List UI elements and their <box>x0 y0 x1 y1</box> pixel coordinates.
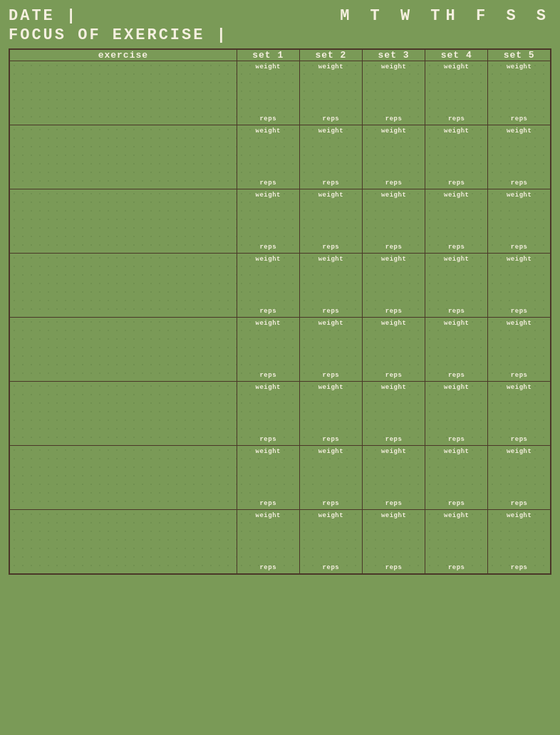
set1-cell-row1[interactable]: Weightreps <box>237 61 299 125</box>
reps-label-r3-s5: reps <box>490 244 548 251</box>
weight-label-r6-s4: Weight <box>427 384 485 391</box>
exercise-cell[interactable] <box>9 446 237 510</box>
reps-label-r3-s1: reps <box>239 244 297 251</box>
weight-label-r5-s1: Weight <box>239 320 297 327</box>
reps-label-r3-s2: reps <box>302 244 360 251</box>
weight-label-r4-s1: Weight <box>239 256 297 263</box>
table-row: WeightrepsWeightrepsWeightrepsWeightreps… <box>9 510 551 574</box>
reps-label-r8-s3: reps <box>365 564 422 571</box>
reps-label-r1-s1: reps <box>239 115 297 123</box>
exercise-cell[interactable] <box>9 125 237 189</box>
weight-label-r2-s1: Weight <box>239 127 297 135</box>
set2-cell-row6[interactable]: Weightreps <box>299 382 362 446</box>
weight-label-r8-s2: Weight <box>302 512 360 519</box>
set1-cell-row4[interactable]: Weightreps <box>237 254 299 318</box>
weight-label-r2-s5: Weight <box>490 127 548 135</box>
reps-label-r4-s2: reps <box>302 308 360 315</box>
set5-cell-row7[interactable]: Weightreps <box>488 446 551 510</box>
set4-cell-row4[interactable]: Weightreps <box>425 254 488 318</box>
set2-cell-row2[interactable]: Weightreps <box>299 125 362 189</box>
set4-cell-row2[interactable]: Weightreps <box>425 125 488 189</box>
set4-cell-row5[interactable]: Weightreps <box>425 318 488 382</box>
workout-table: exercise set 1 set 2 set 3 set 4 set 5 W… <box>9 48 551 575</box>
set2-cell-row3[interactable]: Weightreps <box>299 189 362 254</box>
set1-cell-row7[interactable]: Weightreps <box>237 446 299 510</box>
weight-label-r3-s3: Weight <box>365 192 422 199</box>
exercise-cell[interactable] <box>9 189 237 254</box>
weight-label-r2-s2: Weight <box>302 127 360 135</box>
weight-label-r4-s3: Weight <box>365 256 422 263</box>
set5-cell-row2[interactable]: Weightreps <box>488 125 551 189</box>
set5-cell-row3[interactable]: Weightreps <box>488 189 551 254</box>
set3-cell-row5[interactable]: Weightreps <box>363 318 425 382</box>
set5-cell-row8[interactable]: Weightreps <box>488 510 551 574</box>
set4-cell-row3[interactable]: Weightreps <box>425 189 488 254</box>
weight-label-r7-s1: Weight <box>239 448 297 455</box>
set5-cell-row6[interactable]: Weightreps <box>488 382 551 446</box>
set4-cell-row6[interactable]: Weightreps <box>425 382 488 446</box>
set3-cell-row4[interactable]: Weightreps <box>363 254 425 318</box>
header-row1: DATE | M T W TH F S S <box>9 7 551 25</box>
set4-cell-row8[interactable]: Weightreps <box>425 510 488 574</box>
weight-label-r8-s4: Weight <box>427 512 485 519</box>
weight-label-r3-s4: Weight <box>427 192 485 199</box>
set3-cell-row7[interactable]: Weightreps <box>363 446 425 510</box>
set3-cell-row1[interactable]: Weightreps <box>363 61 425 125</box>
table-header-row: exercise set 1 set 2 set 3 set 4 set 5 <box>9 49 551 61</box>
reps-label-r8-s4: reps <box>427 564 485 571</box>
reps-label-r3-s4: reps <box>427 244 485 251</box>
set5-cell-row4[interactable]: Weightreps <box>488 254 551 318</box>
table-row: WeightrepsWeightrepsWeightrepsWeightreps… <box>9 446 551 510</box>
set3-cell-row2[interactable]: Weightreps <box>363 125 425 189</box>
set1-cell-row3[interactable]: Weightreps <box>237 189 299 254</box>
reps-label-r6-s2: reps <box>302 436 360 443</box>
set1-cell-row6[interactable]: Weightreps <box>237 382 299 446</box>
col-exercise-header: exercise <box>9 49 237 61</box>
exercise-cell[interactable] <box>9 318 237 382</box>
table-row: WeightrepsWeightrepsWeightrepsWeightreps… <box>9 254 551 318</box>
set1-cell-row8[interactable]: Weightreps <box>237 510 299 574</box>
weight-label-r7-s4: Weight <box>427 448 485 455</box>
reps-label-r4-s3: reps <box>365 308 422 315</box>
weight-label-r7-s5: Weight <box>490 448 548 455</box>
reps-label-r4-s4: reps <box>427 308 485 315</box>
weight-label-r8-s3: Weight <box>365 512 422 519</box>
reps-label-r6-s3: reps <box>365 436 422 443</box>
set2-cell-row1[interactable]: Weightreps <box>299 61 362 125</box>
col-set4-header: set 4 <box>425 49 488 61</box>
weight-label-r3-s1: Weight <box>239 192 297 199</box>
exercise-cell[interactable] <box>9 61 237 125</box>
reps-label-r4-s5: reps <box>490 308 548 315</box>
set5-cell-row1[interactable]: Weightreps <box>488 61 551 125</box>
set1-cell-row5[interactable]: Weightreps <box>237 318 299 382</box>
table-row: WeightrepsWeightrepsWeightrepsWeightreps… <box>9 125 551 189</box>
weight-label-r1-s5: Weight <box>490 63 548 71</box>
exercise-cell[interactable] <box>9 254 237 318</box>
set4-cell-row7[interactable]: Weightreps <box>425 446 488 510</box>
set3-cell-row6[interactable]: Weightreps <box>363 382 425 446</box>
set2-cell-row5[interactable]: Weightreps <box>299 318 362 382</box>
reps-label-r7-s5: reps <box>490 500 548 507</box>
weight-label-r1-s3: Weight <box>365 63 422 71</box>
weight-label-r7-s3: Weight <box>365 448 422 455</box>
set3-cell-row3[interactable]: Weightreps <box>363 189 425 254</box>
exercise-cell[interactable] <box>9 382 237 446</box>
reps-label-r6-s4: reps <box>427 436 485 443</box>
col-set1-header: set 1 <box>237 49 299 61</box>
set5-cell-row5[interactable]: Weightreps <box>488 318 551 382</box>
set3-cell-row8[interactable]: Weightreps <box>363 510 425 574</box>
col-set2-header: set 2 <box>299 49 362 61</box>
set2-cell-row7[interactable]: Weightreps <box>299 446 362 510</box>
set1-cell-row2[interactable]: Weightreps <box>237 125 299 189</box>
set2-cell-row4[interactable]: Weightreps <box>299 254 362 318</box>
reps-label-r5-s5: reps <box>490 372 548 379</box>
weight-label-r8-s1: Weight <box>239 512 297 519</box>
weight-label-r5-s4: Weight <box>427 320 485 327</box>
reps-label-r1-s4: reps <box>427 115 485 123</box>
exercise-cell[interactable] <box>9 510 237 574</box>
date-label: DATE | <box>9 7 340 25</box>
weight-label-r2-s3: Weight <box>365 127 422 135</box>
reps-label-r7-s2: reps <box>302 500 360 507</box>
set4-cell-row1[interactable]: Weightreps <box>425 61 488 125</box>
set2-cell-row8[interactable]: Weightreps <box>299 510 362 574</box>
